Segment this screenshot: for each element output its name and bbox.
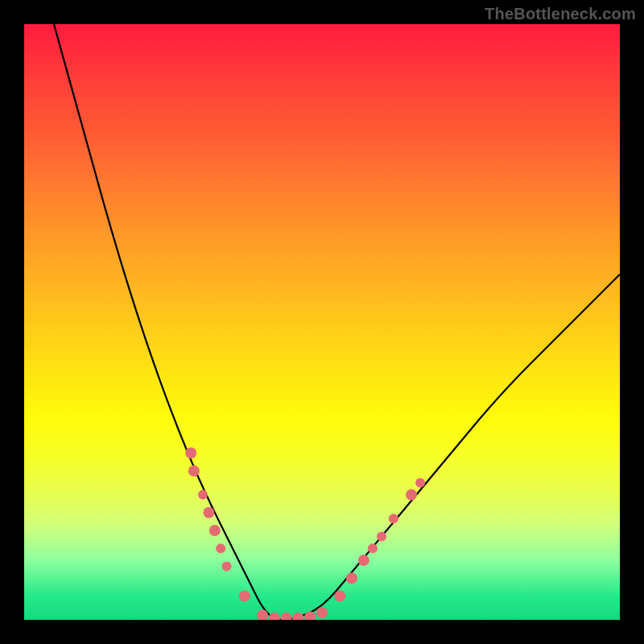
data-marker (292, 613, 303, 620)
data-marker (185, 448, 196, 459)
data-marker (358, 555, 369, 566)
data-marker (239, 590, 250, 601)
data-marker (346, 572, 357, 584)
data-marker (304, 611, 316, 620)
plot-area (24, 24, 620, 620)
data-marker (269, 613, 280, 620)
data-marker (188, 465, 200, 477)
data-marker (389, 514, 398, 523)
watermark-text: TheBottleneck.com (485, 5, 636, 23)
data-marker (316, 607, 328, 618)
data-marker (415, 478, 425, 488)
chart-frame: TheBottleneck.com (0, 0, 644, 644)
data-marker (334, 590, 345, 601)
data-marker (368, 543, 378, 553)
chart-svg (24, 24, 620, 620)
data-marker (203, 507, 214, 518)
data-marker (377, 531, 386, 541)
bottleneck-curve (54, 24, 620, 620)
data-marker (216, 543, 225, 553)
data-marker (222, 561, 232, 571)
data-marker (406, 489, 417, 501)
data-marker (209, 525, 221, 536)
data-marker (198, 490, 208, 500)
data-marker (281, 613, 292, 620)
